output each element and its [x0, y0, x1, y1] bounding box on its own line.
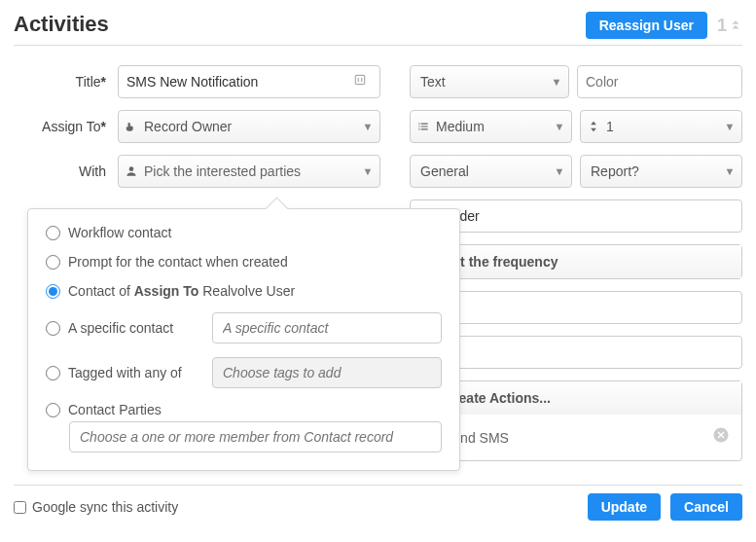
report-select[interactable]: Report? ▼: [580, 155, 742, 188]
row-title: Title: [14, 65, 380, 98]
priority-select[interactable]: Medium ▼: [410, 110, 572, 143]
page-title: Activities: [14, 12, 109, 37]
row-type-color: Text ▼: [410, 65, 742, 98]
list-icon: [411, 120, 436, 133]
number-value: 1: [606, 119, 614, 134]
caret-down-icon: ▼: [356, 121, 379, 132]
label-title: Title: [14, 74, 106, 90]
opt-contact-of-assign-to[interactable]: Contact of Assign To Realvolve User: [46, 283, 442, 299]
action-item[interactable]: Send SMS: [420, 422, 732, 452]
reassign-user-button[interactable]: Reassign User: [586, 12, 707, 39]
caret-down-icon: ▼: [548, 121, 571, 132]
report-value: Report?: [591, 163, 639, 179]
caret-down-icon: ▼: [545, 76, 568, 88]
opt-contact-parties[interactable]: Contact Parties: [46, 402, 442, 417]
radio-specific[interactable]: [46, 321, 60, 336]
radio-prompt[interactable]: [46, 255, 60, 270]
color-input[interactable]: [586, 74, 734, 90]
assign-to-select[interactable]: Record Owner ▼: [118, 110, 380, 143]
opt-workflow-contact[interactable]: Workflow contact: [46, 225, 442, 240]
order-counter[interactable]: 1: [717, 16, 742, 36]
sort-icon: [581, 120, 606, 133]
label-with: With: [14, 163, 106, 179]
actions-body: Send SMS: [411, 415, 741, 460]
svg-rect-0: [356, 75, 365, 84]
header-right: Reassign User 1: [586, 12, 742, 39]
update-button[interactable]: Update: [588, 493, 661, 521]
opt-contact-of-label: Contact of Assign To Realvolve User: [68, 283, 295, 299]
with-select[interactable]: Pick the interested parties ▼: [118, 155, 380, 188]
opt-prompt-label: Prompt for the contact when created: [68, 254, 288, 270]
specific-contact-input[interactable]: [212, 312, 442, 343]
frequency-label: Set the frequency: [444, 254, 558, 270]
caret-down-icon: ▼: [718, 165, 741, 177]
cancel-button[interactable]: Cancel: [670, 493, 742, 521]
row-category-report: General ▼ Report? ▼: [410, 155, 742, 188]
footer: Google sync this activity Update Cancel: [14, 485, 742, 521]
assign-to-value: Record Owner: [144, 119, 232, 134]
row-with: With Pick the interested parties ▼: [14, 155, 380, 188]
radio-tagged[interactable]: [46, 366, 60, 380]
opt-parties-label: Contact Parties: [68, 402, 162, 417]
opt-prompt-contact[interactable]: Prompt for the contact when created: [46, 254, 442, 270]
footer-actions: Update Cancel: [588, 493, 742, 521]
category-value: General: [420, 163, 469, 179]
header: Activities Reassign User 1: [14, 12, 742, 46]
type-value: Text: [420, 74, 446, 90]
frequency-toggle[interactable]: Set the frequency: [411, 245, 741, 278]
chevrons-up-icon: [729, 18, 742, 32]
category-select[interactable]: General ▼: [410, 155, 572, 188]
svg-point-1: [129, 166, 134, 171]
opt-tagged-with[interactable]: Tagged with any of: [46, 357, 442, 388]
parties-box: [69, 421, 442, 452]
reminder-input[interactable]: [420, 208, 734, 224]
google-sync-checkbox[interactable]: Google sync this activity: [14, 499, 178, 515]
number-select[interactable]: 1 ▼: [580, 110, 742, 143]
row-priority-number: Medium ▼ 1 ▼: [410, 110, 742, 143]
opt-workflow-label: Workflow contact: [68, 225, 171, 240]
google-sync-label: Google sync this activity: [32, 499, 178, 515]
radio-workflow[interactable]: [46, 226, 60, 240]
create-actions-toggle[interactable]: Create Actions...: [411, 381, 741, 415]
title-input[interactable]: [126, 74, 348, 90]
counter-value: 1: [717, 16, 727, 36]
google-sync-input[interactable]: [14, 501, 26, 514]
with-popover: Workflow contact Prompt for the contact …: [27, 208, 460, 471]
label-assign-to: Assign To: [14, 119, 106, 134]
title-field[interactable]: [118, 65, 380, 98]
opt-tagged-label: Tagged with any of: [68, 365, 204, 380]
priority-value: Medium: [436, 119, 485, 134]
remove-action-button[interactable]: [712, 426, 730, 449]
parties-input[interactable]: [69, 421, 442, 452]
radio-contact-of[interactable]: [46, 284, 60, 299]
caret-down-icon: ▼: [718, 121, 741, 132]
radio-parties[interactable]: [46, 403, 60, 417]
person-icon: [119, 164, 144, 178]
caret-down-icon: ▼: [548, 165, 571, 177]
opt-specific-label: A specific contact: [68, 320, 204, 336]
row-assign-to: Assign To Record Owner ▼: [14, 110, 380, 143]
type-select[interactable]: Text ▼: [410, 65, 569, 98]
autocomplete-icon: [348, 73, 372, 90]
opt-specific-contact[interactable]: A specific contact: [46, 312, 442, 343]
caret-down-icon: ▼: [356, 165, 379, 177]
tags-input[interactable]: [212, 357, 442, 388]
with-placeholder: Pick the interested parties: [144, 163, 301, 179]
color-field[interactable]: [577, 65, 742, 98]
hand-point-icon: [119, 120, 144, 133]
